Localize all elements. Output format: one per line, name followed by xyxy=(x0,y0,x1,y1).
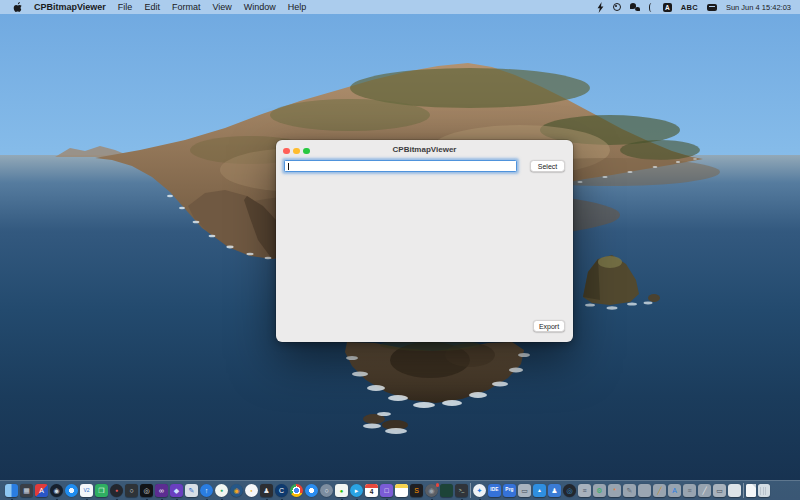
desktop: CPBitmapViewer FileEditFormatViewWindowH… xyxy=(0,0,800,500)
keyboard-switcher-icon[interactable] xyxy=(707,4,717,11)
terminal-dock-icon[interactable]: >_ xyxy=(455,484,468,497)
menu-item-window[interactable]: Window xyxy=(244,2,276,12)
blue-mountain-app-dock-icon[interactable]: ▲ xyxy=(533,484,546,497)
bolt-status-icon[interactable] xyxy=(597,2,604,13)
chat-app-dock-icon[interactable]: ● xyxy=(215,484,228,497)
menu-item-edit[interactable]: Edit xyxy=(144,2,160,12)
apple-menu-icon[interactable] xyxy=(13,2,22,13)
dark-green-app-dock-icon[interactable] xyxy=(440,484,453,497)
file-path-input[interactable] xyxy=(284,160,517,172)
blue-compass-app-dock-icon[interactable] xyxy=(305,484,318,497)
gray-disks-app-dock-icon[interactable]: ≡ xyxy=(683,484,696,497)
chat-bubbles-status-icon[interactable] xyxy=(630,3,640,11)
safari-dock-icon[interactable] xyxy=(65,484,78,497)
folder-ide-dock-icon[interactable]: IDE xyxy=(488,484,501,497)
navy-c-app-dock-icon[interactable]: C xyxy=(275,484,288,497)
gray-a-tool-app-dock-icon[interactable]: A xyxy=(668,484,681,497)
accessibility-app-dock-icon[interactable]: ✦ xyxy=(473,484,486,497)
dark-lens-app-dock-icon[interactable]: ◎ xyxy=(563,484,576,497)
menu-item-file[interactable]: File xyxy=(118,2,133,12)
window-titlebar[interactable]: CPBitmapViewer xyxy=(276,140,573,162)
pen-tool-app-dock-icon[interactable]: ✎ xyxy=(185,484,198,497)
gray-knit-app-dock-icon[interactable]: ◉ xyxy=(425,484,438,497)
folder-prg-dock-icon[interactable]: Prg xyxy=(503,484,516,497)
gray-plain-app-dock-icon[interactable] xyxy=(638,484,651,497)
gray-nodes-app-dock-icon[interactable]: * xyxy=(608,484,621,497)
menu-item-format[interactable]: Format xyxy=(172,2,201,12)
input-source-badge-icon[interactable]: A xyxy=(663,3,672,12)
sublime-text-dock-icon[interactable]: S xyxy=(410,484,423,497)
purple-app-dock-icon[interactable]: □ xyxy=(380,484,393,497)
dark-figure-app-dock-icon[interactable]: ♟ xyxy=(260,484,273,497)
black-swirl-app-dock-icon[interactable]: ◎ xyxy=(140,484,153,497)
gray-brush-app-dock-icon[interactable]: ✎ xyxy=(623,484,636,497)
light-rounded-app-dock-icon[interactable] xyxy=(728,484,741,497)
select-button[interactable]: Select xyxy=(530,160,565,172)
gray-window-app-3-dock-icon[interactable]: ▭ xyxy=(713,484,726,497)
green-cubes-app-dock-icon[interactable]: ❐ xyxy=(95,484,108,497)
moon-status-icon[interactable] xyxy=(649,3,654,12)
calendar-dock-icon[interactable]: 4 xyxy=(365,484,378,497)
gray-key-app-dock-icon[interactable]: ╱ xyxy=(653,484,666,497)
cpbitmapviewer-window: CPBitmapViewer Select Export xyxy=(276,140,573,342)
input-source-label[interactable]: ABC xyxy=(681,3,698,12)
trash-dock-icon[interactable] xyxy=(758,484,770,497)
gray-window-app-1-dock-icon[interactable]: ▭ xyxy=(518,484,531,497)
menu-item-view[interactable]: View xyxy=(212,2,231,12)
gray-gear-app-dock-icon[interactable]: ⚙ xyxy=(593,484,606,497)
finder-dock-icon[interactable] xyxy=(5,484,18,497)
visual-studio-dock-icon[interactable]: ∞ xyxy=(155,484,168,497)
dark-sphere-app-dock-icon[interactable]: ● xyxy=(110,484,123,497)
chrome-dock-icon[interactable] xyxy=(290,484,303,497)
dock-separator-1 xyxy=(470,483,471,498)
upload-app-dock-icon[interactable]: ↑ xyxy=(200,484,213,497)
gray-circle-app-dock-icon[interactable]: ○ xyxy=(320,484,333,497)
blue-figure-app-dock-icon[interactable]: ♟ xyxy=(548,484,561,497)
wechat-dock-icon[interactable]: ● xyxy=(335,484,348,497)
menu-items: FileEditFormatViewWindowHelp xyxy=(118,2,306,12)
window-title: CPBitmapViewer xyxy=(276,145,573,154)
gray-slash-app-dock-icon[interactable]: ╱ xyxy=(698,484,711,497)
launchpad-dock-icon[interactable]: ▦ xyxy=(20,484,33,497)
blender-dock-icon[interactable]: ◉ xyxy=(230,484,243,497)
dock: ▦A◉V2❐●○◎∞◆✎↑●◉●♟C○●▸4□S◉>_✦IDEPrg▭▲♟◎≡⚙… xyxy=(0,480,800,500)
white-dot-app-dock-icon[interactable]: ● xyxy=(245,484,258,497)
menu-item-help[interactable]: Help xyxy=(288,2,307,12)
hexagon-app-dock-icon[interactable]: ○ xyxy=(125,484,138,497)
steam-dock-icon[interactable]: ◉ xyxy=(50,484,63,497)
v2rayu-dock-icon[interactable]: V2 xyxy=(80,484,93,497)
menu-clock[interactable]: Sun Jun 4 15:42:03 xyxy=(726,3,791,12)
text-caret xyxy=(288,163,289,170)
document-dock-icon[interactable] xyxy=(746,484,756,497)
activity-status-icon[interactable] xyxy=(613,3,621,11)
dock-separator-2 xyxy=(743,483,744,498)
notes-dock-icon[interactable] xyxy=(395,484,408,497)
red-blue-a-app-dock-icon[interactable]: A xyxy=(35,484,48,497)
telegram-dock-icon[interactable]: ▸ xyxy=(350,484,363,497)
export-button[interactable]: Export xyxy=(533,320,565,332)
gray-window-app-2-dock-icon[interactable]: ≡ xyxy=(578,484,591,497)
vscode-dock-icon[interactable]: ◆ xyxy=(170,484,183,497)
menu-app-name[interactable]: CPBitmapViewer xyxy=(34,2,106,12)
menu-bar: CPBitmapViewer FileEditFormatViewWindowH… xyxy=(0,0,800,14)
